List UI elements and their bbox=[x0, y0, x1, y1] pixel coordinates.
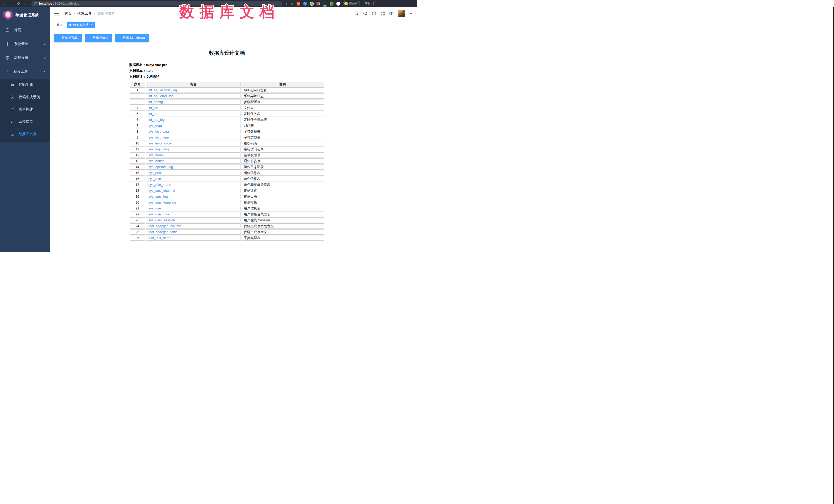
tab-close-icon[interactable]: × bbox=[90, 23, 92, 26]
table-row: 7sys_dept部门表 bbox=[130, 123, 324, 128]
submenu-item-form-builder[interactable]: 表单构建 bbox=[0, 103, 50, 116]
row-description: 用户信息表 bbox=[241, 205, 324, 211]
sidebar-item-label: 系统管理 bbox=[14, 42, 28, 46]
sidebar-item-devtools[interactable]: 研发工具 bbox=[0, 65, 50, 79]
submenu-item-label: 代码生成 bbox=[19, 83, 33, 87]
browser-reload-icon[interactable]: ⟳ bbox=[16, 0, 22, 7]
table-row: 6inf_job_log定时任务日志表 bbox=[130, 117, 324, 122]
extension-icon-5[interactable]: on bbox=[323, 2, 327, 6]
user-avatar[interactable] bbox=[398, 10, 405, 17]
browser-forward-icon[interactable]: → bbox=[9, 0, 16, 7]
table-row: 24tool_codegen_column代码生成表字段定义 bbox=[130, 223, 324, 229]
export-word-button[interactable]: + 导出 Word bbox=[85, 34, 112, 42]
row-index: 1 bbox=[130, 87, 145, 93]
submenu-item-label: 数据库文档 bbox=[19, 132, 37, 136]
help-icon[interactable] bbox=[372, 11, 376, 16]
extension-icon-6[interactable] bbox=[330, 2, 333, 6]
table-row: 2inf_api_error_log系统异常日志 bbox=[130, 93, 324, 99]
col-header-desc: 说明 bbox=[241, 82, 324, 87]
github-icon[interactable] bbox=[363, 11, 367, 16]
table-name-link[interactable]: sys_notice bbox=[149, 159, 164, 163]
table-name-link[interactable]: inf_file bbox=[149, 106, 158, 110]
fullscreen-icon[interactable] bbox=[380, 11, 385, 16]
table-row: 22sys_user_role用户和角色关联表 bbox=[130, 212, 324, 217]
table-name-link[interactable]: sys_sms_template bbox=[149, 200, 176, 204]
browser-menu-dots-icon[interactable]: ⋮ bbox=[372, 2, 375, 5]
avatar-caret-icon[interactable] bbox=[410, 13, 412, 15]
extension-icon-3[interactable] bbox=[310, 2, 314, 6]
table-name-link[interactable]: sys_menu bbox=[149, 153, 164, 157]
table-name-link[interactable]: sys_role_menu bbox=[149, 183, 171, 187]
submenu-item-codegen[interactable]: 代码生成 bbox=[0, 79, 50, 91]
chevron-down-icon bbox=[43, 57, 46, 59]
row-index: 10 bbox=[130, 140, 145, 146]
table-name-link[interactable]: sys_dept bbox=[149, 124, 162, 128]
table-row: 10sys_error_code错误码表 bbox=[130, 140, 324, 146]
button-label: 导出 Markdown bbox=[123, 36, 145, 40]
extension-icon-1[interactable] bbox=[297, 2, 300, 6]
table-name-link[interactable]: tool_test_demo bbox=[149, 236, 171, 240]
table-name-link[interactable]: tool_codegen_table bbox=[149, 230, 178, 234]
sidebar-item-label: 研发工具 bbox=[14, 69, 28, 74]
table-name-link[interactable]: sys_sms_channel bbox=[149, 189, 175, 193]
profile-paused-badge[interactable]: 已暂停 bbox=[343, 1, 360, 6]
table-name-link[interactable]: inf_api_error_log bbox=[149, 94, 174, 98]
table-name-link[interactable]: inf_job_log bbox=[149, 118, 165, 122]
font-size-icon[interactable]: tT bbox=[389, 11, 393, 16]
extension-icon-4[interactable] bbox=[316, 2, 320, 5]
sidebar-collapse-icon[interactable] bbox=[54, 12, 59, 16]
bookmark-star-icon[interactable]: ☆ bbox=[291, 2, 294, 6]
submenu-item-codegen-demo[interactable]: 代码生成示例 bbox=[0, 91, 50, 103]
table-name-link[interactable]: sys_role bbox=[149, 177, 161, 181]
table-name-link[interactable]: inf_job bbox=[149, 112, 158, 116]
table-name-link[interactable]: sys_post bbox=[149, 171, 161, 175]
row-index: 25 bbox=[130, 229, 145, 235]
table-row: 17sys_role_menu角色和菜单关联表 bbox=[130, 182, 324, 188]
breadcrumb-current: 数据库文档 bbox=[97, 11, 115, 16]
table-name-link[interactable]: inf_api_access_log bbox=[149, 88, 177, 92]
sidebar-item-home[interactable]: 首页 bbox=[0, 23, 50, 37]
table-name-link[interactable]: sys_user_role bbox=[149, 212, 169, 216]
breadcrumb-devtools[interactable]: 研发工具 bbox=[77, 11, 92, 16]
sidebar-item-infra[interactable]: 基础设施 bbox=[0, 51, 50, 65]
table-row: 20sys_sms_template短信模板 bbox=[130, 200, 324, 205]
submenu-item-api[interactable]: 系统接口 bbox=[0, 116, 50, 128]
export-html-button[interactable]: + 导出 HTML bbox=[54, 34, 82, 42]
table-row: 16sys_role角色信息表 bbox=[130, 176, 324, 181]
tab-db-doc[interactable]: 数据库文档 × bbox=[67, 22, 95, 28]
extension-icon-2[interactable] bbox=[303, 2, 307, 6]
table-name-link[interactable]: sys_error_code bbox=[149, 141, 172, 145]
tab-home[interactable]: 首页 bbox=[54, 22, 65, 28]
table-row: 13sys_notice通知公告表 bbox=[130, 158, 324, 164]
sidebar: 芋道管理系统 首页 系统管理 基础设施 研发工具 代码生成 bbox=[0, 7, 50, 252]
search-icon[interactable] bbox=[354, 11, 359, 16]
browser-update-button[interactable]: 更新 ⋮ bbox=[363, 1, 377, 6]
table-name-link[interactable]: sys_dict_type bbox=[149, 135, 169, 139]
table-name-link[interactable]: inf_config bbox=[149, 100, 163, 104]
breadcrumb-home[interactable]: 首页 bbox=[65, 11, 72, 16]
browser-back-icon[interactable]: ← bbox=[2, 0, 9, 7]
row-description: 角色信息表 bbox=[241, 176, 324, 181]
export-markdown-button[interactable]: + 导出 Markdown bbox=[115, 34, 149, 42]
tab-label: 首页 bbox=[57, 23, 63, 27]
table-name-link[interactable]: sys_login_log bbox=[149, 147, 169, 151]
submenu-item-db-doc[interactable]: 数据库文档 bbox=[0, 128, 50, 140]
url-path: :1024/tool/db-doc bbox=[54, 2, 80, 5]
table-name-link[interactable]: sys_sms_log bbox=[149, 195, 168, 198]
row-index: 9 bbox=[130, 135, 145, 140]
password-key-icon[interactable]: ⚷ bbox=[285, 2, 288, 6]
table-name-link[interactable]: sys_user_session bbox=[149, 218, 175, 222]
extension-icon-7[interactable] bbox=[336, 2, 340, 6]
row-description: 用户在线 Session bbox=[241, 217, 324, 223]
logo-row[interactable]: 芋道管理系统 bbox=[0, 7, 50, 23]
row-index: 21 bbox=[130, 205, 145, 211]
table-name-link[interactable]: sys_operate_log bbox=[149, 165, 173, 169]
site-info-icon[interactable]: i bbox=[34, 2, 37, 5]
table-name-link[interactable]: sys_user bbox=[149, 206, 162, 210]
table-name-link[interactable]: tool_codegen_column bbox=[149, 224, 181, 228]
code-icon bbox=[10, 83, 15, 87]
table-name-link[interactable]: sys_dict_data bbox=[149, 130, 169, 133]
browser-home-icon[interactable]: ⌂ bbox=[22, 0, 29, 7]
sidebar-item-system[interactable]: 系统管理 bbox=[0, 37, 50, 51]
address-bar[interactable]: i localhost:1024/tool/db-doc bbox=[31, 1, 282, 6]
